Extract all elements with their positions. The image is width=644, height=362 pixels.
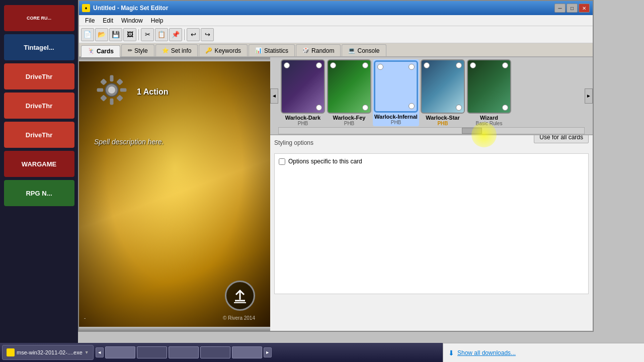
spell-description: Spell description here. bbox=[94, 138, 255, 146]
open-button[interactable]: 📂 bbox=[95, 28, 108, 41]
tabs-row: 🃏 Cards ✏ Style ⭐ Set info 🔑 Keywords 📊 … bbox=[79, 43, 593, 57]
downloads-bar: ⬇ Show all downloads... bbox=[443, 343, 644, 362]
tab-style-label: Style bbox=[134, 47, 148, 54]
thumb-dot-tl-5 bbox=[470, 62, 476, 68]
tab-cards-label: Cards bbox=[97, 48, 114, 55]
tab-console[interactable]: 💻 Console bbox=[342, 44, 386, 56]
thumb-label-wizard: Wizard bbox=[480, 115, 498, 121]
export-svg bbox=[231, 287, 249, 305]
copy-button[interactable]: 📋 bbox=[155, 28, 168, 41]
left-logo-2: Tintagel... bbox=[4, 34, 74, 60]
random-tab-icon: 🎲 bbox=[302, 47, 309, 54]
undo-button[interactable]: ↩ bbox=[187, 28, 200, 41]
thumb-warlock-dark[interactable]: Warlock-Dark PHB bbox=[280, 59, 326, 126]
use-for-all-button[interactable]: Use for all cards bbox=[534, 135, 589, 143]
horizontal-scrollbar[interactable] bbox=[278, 127, 585, 134]
svg-point-1 bbox=[108, 86, 115, 94]
thumb-nav-right[interactable]: ► bbox=[264, 347, 272, 357]
tab-setinfo-label: Set info bbox=[171, 47, 192, 54]
thumb-nav-left[interactable]: ◄ bbox=[96, 347, 104, 357]
save-button[interactable]: 💾 bbox=[109, 28, 122, 41]
thumb-img-wizard bbox=[467, 59, 511, 114]
toolbar-separator-1 bbox=[138, 29, 139, 40]
card-preview: 1 Action Spell description here. © River… bbox=[79, 57, 270, 331]
thumb-dot-tl-3 bbox=[377, 64, 383, 70]
scrollbar-thumb[interactable] bbox=[462, 128, 482, 134]
thumb-img-warlock-dark bbox=[281, 59, 325, 114]
taskbar-app-label: mse-win32-2011-02-....exe bbox=[17, 349, 83, 355]
taskbar-thumb-1 bbox=[105, 346, 135, 358]
gear-icon bbox=[94, 72, 129, 108]
menu-edit[interactable]: Edit bbox=[99, 16, 117, 25]
cards-tab-icon: 🃏 bbox=[88, 48, 95, 54]
tab-cards[interactable]: 🃏 Cards bbox=[81, 45, 120, 57]
export-icon bbox=[225, 281, 255, 311]
thumb-dot-br-5 bbox=[502, 105, 508, 111]
menu-file[interactable]: File bbox=[81, 16, 99, 25]
thumb-warlock-fey[interactable]: Warlock-Fey PHB bbox=[327, 59, 372, 126]
copyright-text: © Rivera 2014 bbox=[223, 315, 255, 321]
new-button[interactable]: 📄 bbox=[81, 28, 94, 41]
console-tab-icon: 💻 bbox=[348, 47, 355, 54]
toolbar: 📄 📂 💾 🖼 ✂ 📋 📌 ↩ ↪ bbox=[79, 26, 593, 43]
svg-rect-8 bbox=[100, 95, 107, 102]
cut-button[interactable]: ✂ bbox=[141, 28, 154, 41]
card-border-top bbox=[79, 57, 270, 61]
redo-button[interactable]: ↪ bbox=[201, 28, 214, 41]
thumb-dot-tr-2 bbox=[362, 62, 368, 68]
menu-window[interactable]: Window bbox=[117, 16, 147, 25]
maximize-button[interactable]: □ bbox=[567, 4, 578, 13]
paste-button[interactable]: 📌 bbox=[169, 28, 182, 41]
gear-svg bbox=[94, 72, 129, 108]
downloads-label[interactable]: Show all downloads... bbox=[457, 349, 516, 356]
title-bar-buttons: ─ □ ✕ bbox=[554, 4, 590, 13]
export-button[interactable]: 🖼 bbox=[123, 28, 136, 41]
tab-style[interactable]: ✏ Style bbox=[121, 44, 154, 56]
tab-random-label: Random bbox=[311, 47, 334, 54]
options-specific-checkbox[interactable] bbox=[279, 158, 285, 165]
tab-random[interactable]: 🎲 Random bbox=[296, 44, 341, 56]
left-logo-6: WARGAME bbox=[4, 151, 74, 177]
left-logo-1: CORE RU... bbox=[4, 5, 74, 31]
styling-area: Styling options Use for all cards Option… bbox=[270, 135, 593, 331]
thumb-dot-tr bbox=[316, 62, 322, 68]
tab-statistics[interactable]: 📊 Statistics bbox=[249, 44, 295, 56]
minimize-button[interactable]: ─ bbox=[554, 4, 566, 13]
thumb-label-warlock-star: Warlock-Star bbox=[426, 115, 459, 121]
tab-keywords[interactable]: 🔑 Keywords bbox=[199, 44, 248, 56]
card-border-bottom bbox=[79, 327, 270, 331]
scroll-left-button[interactable]: ◄ bbox=[270, 88, 278, 104]
statistics-tab-icon: 📊 bbox=[255, 47, 262, 54]
thumb-dot-br-2 bbox=[362, 105, 368, 111]
style-tab-icon: ✏ bbox=[128, 47, 132, 54]
thumb-dot-tl-2 bbox=[330, 62, 336, 68]
keywords-tab-icon: 🔑 bbox=[205, 47, 212, 54]
thumb-dot-tr-3 bbox=[409, 64, 415, 70]
svg-rect-3 bbox=[110, 99, 114, 105]
menu-bar: File Edit Window Help bbox=[79, 15, 593, 26]
menu-help[interactable]: Help bbox=[147, 16, 168, 25]
taskbar-thumb-5 bbox=[232, 346, 262, 358]
tab-keywords-label: Keywords bbox=[214, 47, 241, 54]
thumb-wizard[interactable]: Wizard Basic Rules bbox=[466, 59, 512, 126]
thumb-warlock-infernal[interactable]: Warlock-Infernal PHB bbox=[373, 59, 419, 126]
taskbar-app-item[interactable]: mse-win32-2011-02-....exe ▼ bbox=[2, 345, 94, 360]
left-logo-4: DriveThr bbox=[4, 93, 74, 119]
thumb-dot-tr-4 bbox=[456, 62, 462, 68]
setinfo-tab-icon: ⭐ bbox=[162, 47, 169, 54]
close-button[interactable]: ✕ bbox=[579, 4, 590, 13]
taskbar-thumb-4 bbox=[200, 346, 230, 358]
app-window: ♦ Untitled - Magic Set Editor ─ □ ✕ File… bbox=[78, 0, 594, 332]
tab-setinfo[interactable]: ⭐ Set info bbox=[155, 44, 198, 56]
scroll-right-button[interactable]: ► bbox=[585, 88, 593, 104]
taskbar-dropdown-icon: ▼ bbox=[85, 350, 89, 355]
tab-console-label: Console bbox=[357, 47, 379, 54]
styling-option-row: Options specific to this card bbox=[279, 158, 584, 165]
taskbar-app-icon bbox=[7, 348, 15, 356]
thumb-sub-wizard: Basic Rules bbox=[476, 121, 503, 126]
thumb-warlock-star[interactable]: Warlock-Star PHB bbox=[420, 59, 465, 126]
options-specific-label: Options specific to this card bbox=[288, 158, 362, 165]
thumb-sub-warlock-fey: PHB bbox=[344, 121, 355, 126]
thumb-dot-br-4 bbox=[456, 105, 462, 111]
left-panel: CORE RU... Tintagel... DriveThr DriveThr… bbox=[0, 0, 78, 362]
